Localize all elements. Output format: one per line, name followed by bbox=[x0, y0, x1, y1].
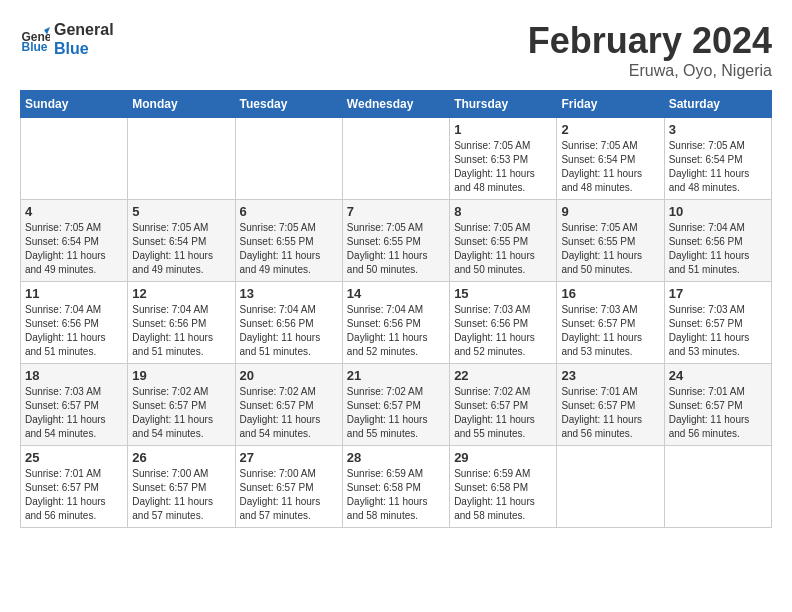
calendar-cell: 27Sunrise: 7:00 AM Sunset: 6:57 PM Dayli… bbox=[235, 446, 342, 528]
day-number: 27 bbox=[240, 450, 338, 465]
calendar-cell: 23Sunrise: 7:01 AM Sunset: 6:57 PM Dayli… bbox=[557, 364, 664, 446]
day-number: 17 bbox=[669, 286, 767, 301]
day-number: 18 bbox=[25, 368, 123, 383]
day-info: Sunrise: 7:02 AM Sunset: 6:57 PM Dayligh… bbox=[347, 385, 445, 441]
day-info: Sunrise: 7:05 AM Sunset: 6:54 PM Dayligh… bbox=[25, 221, 123, 277]
calendar-cell bbox=[128, 118, 235, 200]
day-number: 28 bbox=[347, 450, 445, 465]
calendar-cell: 16Sunrise: 7:03 AM Sunset: 6:57 PM Dayli… bbox=[557, 282, 664, 364]
logo-line1: General bbox=[54, 20, 114, 39]
title-area: February 2024 Eruwa, Oyo, Nigeria bbox=[528, 20, 772, 80]
calendar-cell: 9Sunrise: 7:05 AM Sunset: 6:55 PM Daylig… bbox=[557, 200, 664, 282]
day-number: 25 bbox=[25, 450, 123, 465]
day-info: Sunrise: 7:05 AM Sunset: 6:54 PM Dayligh… bbox=[669, 139, 767, 195]
calendar-cell: 14Sunrise: 7:04 AM Sunset: 6:56 PM Dayli… bbox=[342, 282, 449, 364]
day-info: Sunrise: 7:05 AM Sunset: 6:54 PM Dayligh… bbox=[132, 221, 230, 277]
weekday-header-monday: Monday bbox=[128, 91, 235, 118]
svg-text:Blue: Blue bbox=[22, 40, 48, 54]
weekday-header-row: SundayMondayTuesdayWednesdayThursdayFrid… bbox=[21, 91, 772, 118]
calendar-cell bbox=[664, 446, 771, 528]
weekday-header-tuesday: Tuesday bbox=[235, 91, 342, 118]
day-info: Sunrise: 7:03 AM Sunset: 6:57 PM Dayligh… bbox=[669, 303, 767, 359]
calendar-cell: 7Sunrise: 7:05 AM Sunset: 6:55 PM Daylig… bbox=[342, 200, 449, 282]
day-number: 2 bbox=[561, 122, 659, 137]
calendar-cell: 26Sunrise: 7:00 AM Sunset: 6:57 PM Dayli… bbox=[128, 446, 235, 528]
calendar-cell: 18Sunrise: 7:03 AM Sunset: 6:57 PM Dayli… bbox=[21, 364, 128, 446]
calendar-cell: 13Sunrise: 7:04 AM Sunset: 6:56 PM Dayli… bbox=[235, 282, 342, 364]
day-number: 11 bbox=[25, 286, 123, 301]
logo-line2: Blue bbox=[54, 39, 114, 58]
day-number: 21 bbox=[347, 368, 445, 383]
day-info: Sunrise: 7:05 AM Sunset: 6:55 PM Dayligh… bbox=[561, 221, 659, 277]
weekday-header-wednesday: Wednesday bbox=[342, 91, 449, 118]
week-row-1: 1Sunrise: 7:05 AM Sunset: 6:53 PM Daylig… bbox=[21, 118, 772, 200]
calendar-cell bbox=[21, 118, 128, 200]
week-row-3: 11Sunrise: 7:04 AM Sunset: 6:56 PM Dayli… bbox=[21, 282, 772, 364]
day-info: Sunrise: 7:03 AM Sunset: 6:57 PM Dayligh… bbox=[25, 385, 123, 441]
day-info: Sunrise: 7:05 AM Sunset: 6:54 PM Dayligh… bbox=[561, 139, 659, 195]
day-info: Sunrise: 7:00 AM Sunset: 6:57 PM Dayligh… bbox=[132, 467, 230, 523]
day-info: Sunrise: 7:01 AM Sunset: 6:57 PM Dayligh… bbox=[25, 467, 123, 523]
calendar-table: SundayMondayTuesdayWednesdayThursdayFrid… bbox=[20, 90, 772, 528]
day-number: 5 bbox=[132, 204, 230, 219]
calendar-cell: 3Sunrise: 7:05 AM Sunset: 6:54 PM Daylig… bbox=[664, 118, 771, 200]
day-info: Sunrise: 7:05 AM Sunset: 6:55 PM Dayligh… bbox=[240, 221, 338, 277]
day-info: Sunrise: 7:05 AM Sunset: 6:55 PM Dayligh… bbox=[347, 221, 445, 277]
page-header: General Blue General Blue February 2024 … bbox=[20, 20, 772, 80]
day-info: Sunrise: 7:04 AM Sunset: 6:56 PM Dayligh… bbox=[669, 221, 767, 277]
day-info: Sunrise: 7:02 AM Sunset: 6:57 PM Dayligh… bbox=[132, 385, 230, 441]
day-info: Sunrise: 6:59 AM Sunset: 6:58 PM Dayligh… bbox=[454, 467, 552, 523]
location-subtitle: Eruwa, Oyo, Nigeria bbox=[528, 62, 772, 80]
day-info: Sunrise: 7:01 AM Sunset: 6:57 PM Dayligh… bbox=[561, 385, 659, 441]
day-info: Sunrise: 7:04 AM Sunset: 6:56 PM Dayligh… bbox=[347, 303, 445, 359]
day-info: Sunrise: 7:05 AM Sunset: 6:53 PM Dayligh… bbox=[454, 139, 552, 195]
day-number: 24 bbox=[669, 368, 767, 383]
day-number: 20 bbox=[240, 368, 338, 383]
day-number: 6 bbox=[240, 204, 338, 219]
day-info: Sunrise: 7:00 AM Sunset: 6:57 PM Dayligh… bbox=[240, 467, 338, 523]
calendar-cell: 10Sunrise: 7:04 AM Sunset: 6:56 PM Dayli… bbox=[664, 200, 771, 282]
calendar-cell: 5Sunrise: 7:05 AM Sunset: 6:54 PM Daylig… bbox=[128, 200, 235, 282]
day-number: 10 bbox=[669, 204, 767, 219]
calendar-cell: 8Sunrise: 7:05 AM Sunset: 6:55 PM Daylig… bbox=[450, 200, 557, 282]
day-number: 12 bbox=[132, 286, 230, 301]
calendar-cell: 2Sunrise: 7:05 AM Sunset: 6:54 PM Daylig… bbox=[557, 118, 664, 200]
calendar-cell: 19Sunrise: 7:02 AM Sunset: 6:57 PM Dayli… bbox=[128, 364, 235, 446]
day-number: 15 bbox=[454, 286, 552, 301]
calendar-cell: 20Sunrise: 7:02 AM Sunset: 6:57 PM Dayli… bbox=[235, 364, 342, 446]
calendar-cell: 1Sunrise: 7:05 AM Sunset: 6:53 PM Daylig… bbox=[450, 118, 557, 200]
calendar-cell bbox=[342, 118, 449, 200]
logo-icon: General Blue bbox=[20, 24, 50, 54]
day-info: Sunrise: 7:04 AM Sunset: 6:56 PM Dayligh… bbox=[240, 303, 338, 359]
calendar-cell bbox=[235, 118, 342, 200]
day-number: 29 bbox=[454, 450, 552, 465]
day-number: 7 bbox=[347, 204, 445, 219]
calendar-cell: 29Sunrise: 6:59 AM Sunset: 6:58 PM Dayli… bbox=[450, 446, 557, 528]
day-info: Sunrise: 7:03 AM Sunset: 6:57 PM Dayligh… bbox=[561, 303, 659, 359]
day-number: 23 bbox=[561, 368, 659, 383]
day-info: Sunrise: 7:04 AM Sunset: 6:56 PM Dayligh… bbox=[132, 303, 230, 359]
day-number: 14 bbox=[347, 286, 445, 301]
week-row-2: 4Sunrise: 7:05 AM Sunset: 6:54 PM Daylig… bbox=[21, 200, 772, 282]
logo: General Blue General Blue bbox=[20, 20, 114, 58]
calendar-cell: 6Sunrise: 7:05 AM Sunset: 6:55 PM Daylig… bbox=[235, 200, 342, 282]
day-number: 8 bbox=[454, 204, 552, 219]
weekday-header-saturday: Saturday bbox=[664, 91, 771, 118]
day-number: 16 bbox=[561, 286, 659, 301]
day-info: Sunrise: 7:02 AM Sunset: 6:57 PM Dayligh… bbox=[240, 385, 338, 441]
weekday-header-sunday: Sunday bbox=[21, 91, 128, 118]
weekday-header-thursday: Thursday bbox=[450, 91, 557, 118]
calendar-cell: 12Sunrise: 7:04 AM Sunset: 6:56 PM Dayli… bbox=[128, 282, 235, 364]
day-number: 1 bbox=[454, 122, 552, 137]
week-row-4: 18Sunrise: 7:03 AM Sunset: 6:57 PM Dayli… bbox=[21, 364, 772, 446]
day-info: Sunrise: 7:05 AM Sunset: 6:55 PM Dayligh… bbox=[454, 221, 552, 277]
calendar-cell: 25Sunrise: 7:01 AM Sunset: 6:57 PM Dayli… bbox=[21, 446, 128, 528]
week-row-5: 25Sunrise: 7:01 AM Sunset: 6:57 PM Dayli… bbox=[21, 446, 772, 528]
calendar-cell: 24Sunrise: 7:01 AM Sunset: 6:57 PM Dayli… bbox=[664, 364, 771, 446]
weekday-header-friday: Friday bbox=[557, 91, 664, 118]
month-title: February 2024 bbox=[528, 20, 772, 62]
day-info: Sunrise: 6:59 AM Sunset: 6:58 PM Dayligh… bbox=[347, 467, 445, 523]
day-number: 22 bbox=[454, 368, 552, 383]
day-number: 13 bbox=[240, 286, 338, 301]
calendar-cell: 21Sunrise: 7:02 AM Sunset: 6:57 PM Dayli… bbox=[342, 364, 449, 446]
